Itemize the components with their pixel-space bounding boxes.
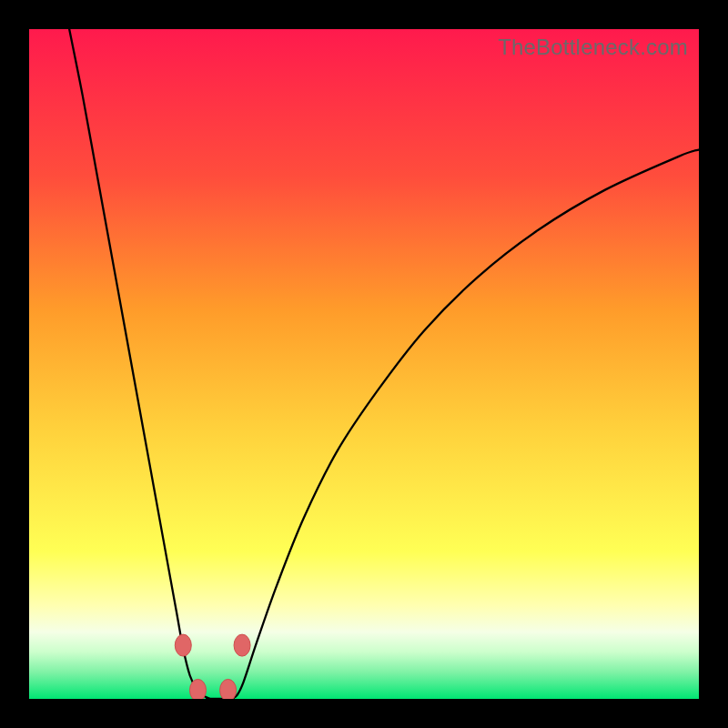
- marker-right-lower: [220, 679, 237, 699]
- marker-left-upper: [175, 634, 191, 656]
- bottleneck-chart: [29, 29, 699, 699]
- marker-left-lower: [189, 679, 206, 699]
- gradient-background: [29, 29, 699, 699]
- watermark-text: TheBottleneck.com: [498, 35, 688, 60]
- chart-frame: TheBottleneck.com: [29, 29, 699, 699]
- marker-right-upper: [234, 634, 250, 656]
